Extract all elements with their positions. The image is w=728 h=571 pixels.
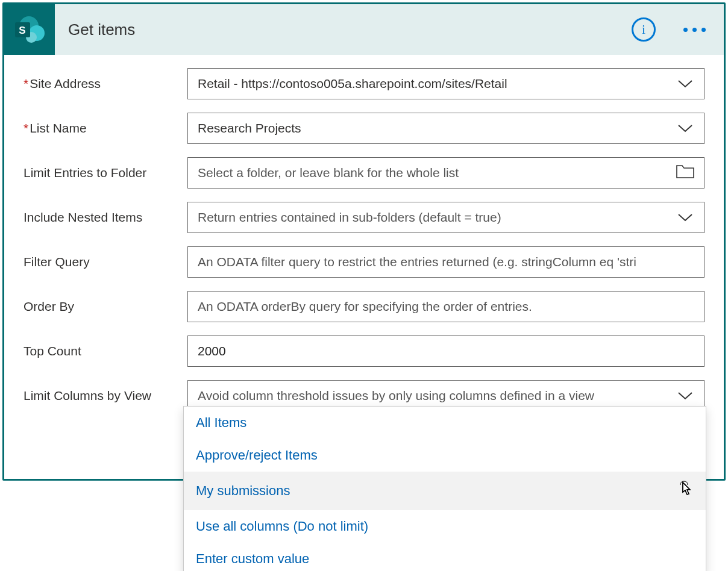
cursor-icon bbox=[678, 480, 694, 483]
label-limit-folder: Limit Entries to Folder bbox=[24, 166, 187, 180]
label-nested-items: Include Nested Items bbox=[24, 210, 187, 225]
chevron-down-icon bbox=[676, 213, 694, 222]
label-order-by: Order By bbox=[24, 299, 187, 314]
filter-query-input[interactable]: An ODATA filter query to restrict the en… bbox=[187, 246, 704, 278]
limit-columns-dropdown-list: All Items Approve/reject Items My submis… bbox=[183, 406, 706, 483]
nested-items-dropdown[interactable]: Return entries contained in sub-folders … bbox=[187, 202, 704, 233]
svg-text:S: S bbox=[19, 25, 25, 36]
top-count-input[interactable] bbox=[187, 335, 704, 367]
dropdown-option[interactable]: All Items bbox=[184, 407, 706, 439]
folder-picker[interactable]: Select a folder, or leave blank for the … bbox=[187, 157, 704, 189]
label-list-name: *List Name bbox=[24, 121, 187, 136]
card-title[interactable]: Get items bbox=[55, 20, 632, 39]
more-menu-button[interactable] bbox=[683, 28, 706, 32]
label-limit-columns: Limit Columns by View bbox=[24, 388, 187, 403]
dropdown-option[interactable]: My submissions bbox=[184, 472, 706, 483]
label-site-address: *Site Address bbox=[24, 76, 187, 91]
chevron-down-icon bbox=[676, 392, 694, 400]
list-name-dropdown[interactable]: Research Projects bbox=[187, 113, 704, 144]
info-button[interactable]: i bbox=[632, 17, 656, 42]
sharepoint-icon: S bbox=[4, 4, 55, 55]
label-filter-query: Filter Query bbox=[24, 255, 187, 269]
site-address-dropdown[interactable]: Retail - https://contoso005a.sharepoint.… bbox=[187, 68, 704, 99]
dropdown-option[interactable]: Approve/reject Items bbox=[184, 439, 706, 472]
chevron-down-icon bbox=[676, 124, 694, 133]
chevron-down-icon bbox=[676, 80, 694, 88]
card-header: S Get items i bbox=[4, 4, 724, 55]
order-by-input[interactable]: An ODATA orderBy query for specifying th… bbox=[187, 291, 704, 322]
label-top-count: Top Count bbox=[24, 344, 187, 358]
folder-icon[interactable] bbox=[676, 165, 694, 181]
